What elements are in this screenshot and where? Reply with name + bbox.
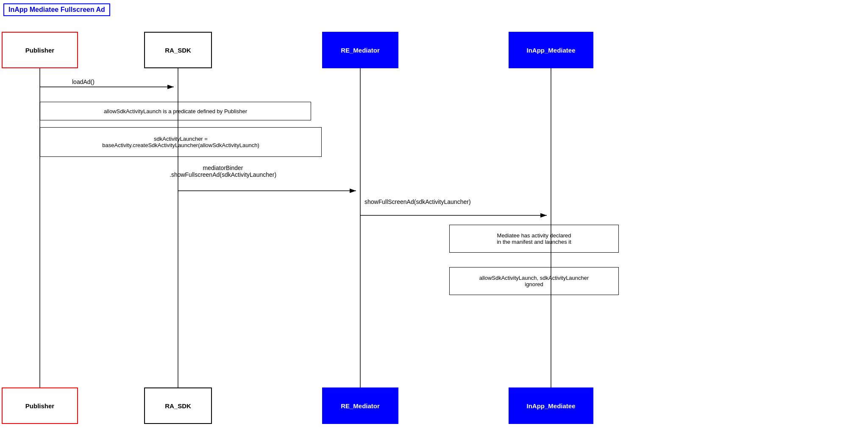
- diagram-title: InApp Mediatee Fullscreen Ad: [3, 3, 110, 16]
- diagram-lines: [0, 0, 868, 432]
- diagram-container: InApp Mediatee Fullscreen Ad Publisher R…: [0, 0, 868, 432]
- note-allow-sdk-ignored: allowSdkActivityLaunch, sdkActivityLaunc…: [449, 267, 619, 295]
- note-load-ad: loadAd(): [72, 78, 95, 85]
- actor-publisher-top: Publisher: [2, 32, 78, 68]
- actor-re-mediator-bottom: RE_Mediator: [322, 387, 398, 424]
- actor-ra-sdk-bottom: RA_SDK: [144, 387, 212, 424]
- note-show-fullscreen: showFullScreenAd(sdkActivityLauncher): [364, 198, 471, 205]
- actor-inapp-mediatee-bottom: InApp_Mediatee: [509, 387, 593, 424]
- note-mediatee-activity: Mediatee has activity declared in the ma…: [449, 225, 619, 253]
- note-sdk-activity-launcher: sdkActivityLauncher = baseActivity.creat…: [40, 127, 322, 157]
- note-mediator-binder: mediatorBinder .showFullscreenAd(sdkActi…: [170, 164, 276, 178]
- actor-publisher-bottom: Publisher: [2, 387, 78, 424]
- actor-re-mediator-top: RE_Mediator: [322, 32, 398, 68]
- note-allow-sdk-predicate: allowSdkActivityLaunch is a predicate de…: [40, 102, 311, 120]
- actor-ra-sdk-top: RA_SDK: [144, 32, 212, 68]
- actor-inapp-mediatee-top: InApp_Mediatee: [509, 32, 593, 68]
